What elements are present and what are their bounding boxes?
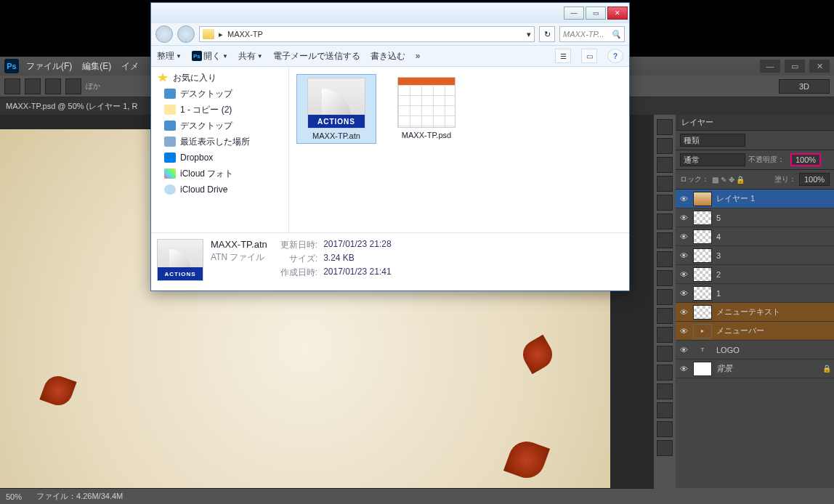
menu-image[interactable]: イメ [121, 60, 139, 73]
ps-close-button[interactable]: ✕ [809, 60, 830, 73]
view-mode-button[interactable]: ☰ [555, 49, 571, 63]
tool-icon[interactable] [657, 346, 673, 362]
tb-share[interactable]: 共有▼ [238, 50, 263, 62]
nav-favorites[interactable]: お気に入り [151, 70, 288, 86]
layer-row[interactable]: 👁1 [676, 284, 834, 303]
help-button[interactable]: ? [607, 49, 623, 63]
path-folder[interactable]: MAXX-TP [227, 30, 263, 38]
nav-copy-folder[interactable]: 1 - コピー (2) [151, 102, 288, 118]
layer-row[interactable]: 👁4 [676, 227, 834, 246]
lock-icon: 🔒 [822, 365, 831, 373]
tool-icon[interactable] [657, 308, 673, 324]
opt-btn-2[interactable] [45, 78, 61, 94]
tool-icon[interactable] [657, 440, 673, 456]
nav-desktop[interactable]: デスクトップ [151, 86, 288, 102]
explorer-minimize-button[interactable]: — [564, 7, 584, 20]
file-item-psd[interactable]: MAXX-TP.psd [386, 74, 466, 142]
tool-icon[interactable] [657, 421, 673, 437]
explorer-maximize-button[interactable]: ▭ [586, 7, 606, 20]
tool-icon[interactable] [657, 270, 673, 286]
nav-forward-button[interactable] [177, 25, 195, 43]
menu-file[interactable]: ファイル(F) [26, 60, 72, 73]
tb-organize[interactable]: 整理▼ [157, 50, 182, 62]
mod-value: 2017/01/23 21:28 [323, 239, 391, 251]
desktop-icon [164, 121, 176, 131]
lock-icons[interactable]: ▩ ✎ ✥ 🔒 [712, 176, 745, 184]
refresh-button[interactable]: ↻ [539, 26, 555, 42]
nav-dropbox[interactable]: Dropbox [151, 150, 288, 166]
menu-edit[interactable]: 編集(E) [82, 60, 111, 73]
layers-list: 👁レイヤー 1👁5👁4👁3👁2👁1👁メニューテキスト👁▸メニューバー👁TLOGO… [676, 190, 834, 488]
ps-minimize-button[interactable]: — [760, 60, 780, 73]
layer-row[interactable]: 👁背景🔒 [676, 359, 834, 378]
blend-mode-select[interactable]: 通常 [680, 153, 745, 166]
tool-icon[interactable] [657, 138, 673, 154]
visibility-eye-icon[interactable]: 👁 [679, 232, 689, 242]
preview-pane-button[interactable]: ▭ [581, 49, 597, 63]
opacity-input[interactable]: 100% [790, 153, 821, 166]
path-dropdown-icon[interactable]: ▾ [527, 30, 531, 39]
layer-row[interactable]: 👁TLOGO [676, 341, 834, 359]
visibility-eye-icon[interactable]: 👁 [679, 194, 689, 204]
layer-kind-select[interactable]: 種類 [680, 134, 745, 147]
layer-row[interactable]: 👁2 [676, 265, 834, 284]
tb-open[interactable]: Ps開く▼ [192, 50, 228, 62]
tool-icon[interactable] [657, 383, 673, 399]
visibility-eye-icon[interactable]: 👁 [679, 307, 689, 317]
tool-icon[interactable] [657, 365, 673, 381]
tool-icon[interactable] [657, 289, 673, 305]
icloud-photo-icon [164, 168, 176, 179]
tool-icon[interactable] [657, 327, 673, 343]
explorer-file-list[interactable]: ACTIONS MAXX-TP.atn MAXX-TP.psd [289, 67, 629, 232]
tool-preset[interactable] [4, 78, 20, 94]
opt-btn-1[interactable] [25, 78, 41, 94]
tb-email[interactable]: 電子メールで送信する [273, 50, 360, 62]
visibility-eye-icon[interactable]: 👁 [679, 288, 689, 298]
file-item-atn[interactable]: ACTIONS MAXX-TP.atn [296, 74, 376, 144]
visibility-eye-icon[interactable]: 👁 [679, 213, 689, 223]
tool-icon[interactable] [657, 232, 673, 248]
tool-icon[interactable] [657, 251, 673, 267]
visibility-eye-icon[interactable]: 👁 [679, 251, 689, 261]
search-input[interactable]: MAXX-TP... 🔍 [559, 26, 625, 42]
layer-row[interactable]: 👁5 [676, 208, 834, 227]
breadcrumb[interactable]: ▸ MAXX-TP ▾ [199, 26, 535, 42]
explorer-close-button[interactable]: ✕ [607, 7, 628, 20]
layers-panel-header[interactable]: レイヤー [676, 115, 834, 131]
tb-more[interactable]: » [416, 51, 421, 61]
leaf-decor [503, 436, 550, 483]
tool-icon[interactable] [657, 157, 673, 173]
nav-desktop-2[interactable]: デスクトップ [151, 118, 288, 134]
explorer-caption: — ▭ ✕ [151, 3, 629, 23]
zoom-level[interactable]: 50% [6, 492, 22, 501]
nav-back-button[interactable] [155, 25, 173, 43]
tool-icon[interactable] [657, 176, 673, 192]
explorer-body: お気に入り デスクトップ 1 - コピー (2) デスクトップ 最近表示した場所… [151, 67, 629, 232]
nav-icloud-drive[interactable]: iCloud Drive [151, 182, 288, 198]
nav-icloud-photo[interactable]: iCloud フォト [151, 166, 288, 182]
layer-row[interactable]: 👁▸メニューバー [676, 322, 834, 341]
details-filename: MAXX-TP.atn [211, 239, 267, 250]
tool-icon[interactable] [657, 402, 673, 418]
layer-row[interactable]: 👁メニューテキスト [676, 303, 834, 322]
tool-icon[interactable] [657, 119, 673, 135]
ps-maximize-button[interactable]: ▭ [785, 60, 805, 73]
explorer-details-pane: ACTIONS MAXX-TP.atn ATN ファイル 更新日時: 2017/… [151, 232, 629, 290]
visibility-eye-icon[interactable]: 👁 [679, 364, 689, 374]
btn-3d[interactable]: 3D [779, 79, 830, 94]
size-value: 3.24 KB [323, 253, 391, 265]
tb-write[interactable]: 書き込む [371, 50, 405, 62]
layer-name: 3 [716, 251, 721, 260]
visibility-eye-icon[interactable]: 👁 [679, 345, 689, 355]
opt-btn-3[interactable] [65, 78, 81, 94]
tool-icon[interactable] [657, 214, 673, 229]
layer-row[interactable]: 👁レイヤー 1 [676, 190, 834, 208]
nav-recent[interactable]: 最近表示した場所 [151, 134, 288, 150]
tool-icon[interactable] [657, 195, 673, 211]
layer-row[interactable]: 👁3 [676, 246, 834, 265]
fill-input[interactable]: 100% [799, 173, 830, 186]
layer-name: 1 [716, 289, 721, 298]
icloud-drive-icon [164, 184, 176, 195]
visibility-eye-icon[interactable]: 👁 [679, 326, 689, 336]
visibility-eye-icon[interactable]: 👁 [679, 269, 689, 280]
